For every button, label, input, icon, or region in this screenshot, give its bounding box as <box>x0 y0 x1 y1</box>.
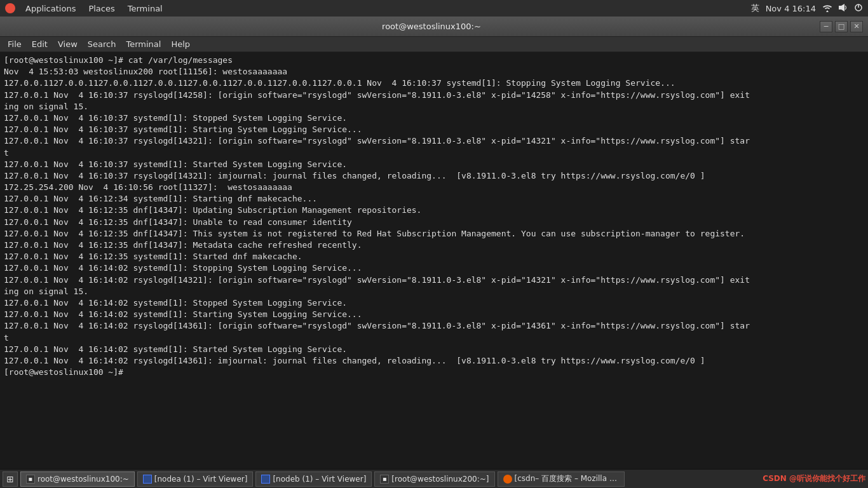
taskbar: ⊞ ▪ root@westoslinux100:~ [nodea (1) – V… <box>0 469 868 488</box>
system-bar: Applications Places Terminal 英 Nov 4 16:… <box>0 0 868 17</box>
datetime-indicator: Nov 4 16:14 <box>766 4 816 13</box>
audio-icon <box>839 3 848 14</box>
taskbar-label-firefox: [csdn– 百度搜索 – Mozilla Fi... <box>515 473 619 484</box>
taskbar-item-firefox[interactable]: [csdn– 百度搜索 – Mozilla Fi... <box>498 471 625 487</box>
taskbar-label-nodeb: [nodeb (1) – Virt Viewer] <box>273 475 366 484</box>
maximize-button[interactable]: □ <box>835 21 848 32</box>
wifi-icon <box>822 3 832 14</box>
svg-rect-0 <box>839 6 841 10</box>
terminal-content[interactable]: [root@westoslinux100 ~]# cat /var/log/me… <box>0 52 868 469</box>
system-bar-right: 英 Nov 4 16:14 <box>751 3 863 14</box>
places-menu[interactable]: Places <box>83 3 119 15</box>
firefox-icon <box>503 475 512 484</box>
menu-file[interactable]: File <box>3 38 27 50</box>
taskbar-item-nodea-virt[interactable]: [nodea (1) – Virt Viewer] <box>137 471 254 487</box>
os-logo-icon <box>5 3 15 13</box>
virt-icon-nodeb <box>261 475 270 484</box>
power-icon <box>854 3 863 14</box>
taskbar-item-root-term[interactable]: ▪ root@westoslinux100:~ <box>20 471 135 487</box>
terminal-menubar: File Edit View Search Terminal Help <box>0 37 868 52</box>
terminal-title: root@westoslinux100:~ <box>43 22 820 31</box>
taskbar-item-nodeb-virt[interactable]: [nodeb (1) – Virt Viewer] <box>255 471 372 487</box>
menu-search[interactable]: Search <box>83 38 121 50</box>
taskbar-label-nodea: [nodea (1) – Virt Viewer] <box>154 475 248 484</box>
terminal-icon-2: ▪ <box>380 475 389 484</box>
lang-indicator: 英 <box>751 3 759 14</box>
menu-edit[interactable]: Edit <box>27 38 53 50</box>
svg-marker-1 <box>841 4 844 11</box>
show-desktop-button[interactable]: ⊞ <box>3 471 18 487</box>
taskbar-item-root-term2[interactable]: ▪ [root@westoslinux200:~] <box>374 471 494 487</box>
menu-help[interactable]: Help <box>166 38 195 50</box>
applications-menu[interactable]: Applications <box>20 3 81 15</box>
taskbar-label-root-term: root@westoslinux100:~ <box>37 475 129 484</box>
terminal-icon: ▪ <box>26 475 35 484</box>
csdn-badge: CSDN @听说你能找个好工作 <box>763 473 865 484</box>
terminal-menu[interactable]: Terminal <box>123 3 168 15</box>
system-bar-left: Applications Places Terminal <box>5 3 168 15</box>
menu-view[interactable]: View <box>53 38 83 50</box>
minimize-button[interactable]: − <box>820 21 832 32</box>
virt-icon-nodea <box>143 475 152 484</box>
terminal-titlebar: root@westoslinux100:~ − □ ✕ <box>0 17 868 37</box>
close-button[interactable]: ✕ <box>850 21 863 32</box>
taskbar-label-root-term2: [root@westoslinux200:~] <box>391 475 489 484</box>
menu-terminal[interactable]: Terminal <box>121 38 166 50</box>
terminal-window: root@westoslinux100:~ − □ ✕ File Edit Vi… <box>0 17 868 469</box>
terminal-controls: − □ ✕ <box>820 21 863 32</box>
